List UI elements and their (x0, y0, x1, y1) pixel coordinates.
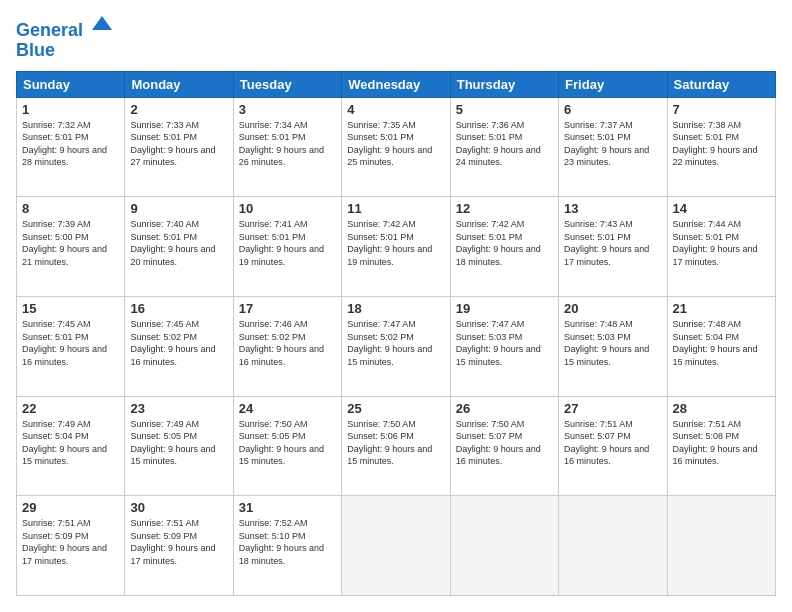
calendar-cell: 8Sunrise: 7:39 AMSunset: 5:00 PMDaylight… (17, 197, 125, 297)
day-number: 8 (22, 201, 119, 216)
logo-blue: Blue (16, 40, 55, 60)
day-number: 19 (456, 301, 553, 316)
calendar-cell: 24Sunrise: 7:50 AMSunset: 5:05 PMDayligh… (233, 396, 341, 496)
day-number: 31 (239, 500, 336, 515)
day-number: 5 (456, 102, 553, 117)
day-number: 16 (130, 301, 227, 316)
calendar-cell: 21Sunrise: 7:48 AMSunset: 5:04 PMDayligh… (667, 296, 775, 396)
calendar-cell: 10Sunrise: 7:41 AMSunset: 5:01 PMDayligh… (233, 197, 341, 297)
day-info: Sunrise: 7:33 AMSunset: 5:01 PMDaylight:… (130, 119, 227, 169)
day-number: 20 (564, 301, 661, 316)
svg-marker-0 (92, 16, 112, 30)
day-info: Sunrise: 7:37 AMSunset: 5:01 PMDaylight:… (564, 119, 661, 169)
day-info: Sunrise: 7:51 AMSunset: 5:09 PMDaylight:… (22, 517, 119, 567)
day-number: 10 (239, 201, 336, 216)
day-info: Sunrise: 7:36 AMSunset: 5:01 PMDaylight:… (456, 119, 553, 169)
calendar-cell: 11Sunrise: 7:42 AMSunset: 5:01 PMDayligh… (342, 197, 450, 297)
logo-icon (90, 12, 114, 36)
day-number: 12 (456, 201, 553, 216)
day-info: Sunrise: 7:49 AMSunset: 5:04 PMDaylight:… (22, 418, 119, 468)
calendar-cell: 14Sunrise: 7:44 AMSunset: 5:01 PMDayligh… (667, 197, 775, 297)
day-number: 23 (130, 401, 227, 416)
calendar-week-row: 29Sunrise: 7:51 AMSunset: 5:09 PMDayligh… (17, 496, 776, 596)
day-info: Sunrise: 7:48 AMSunset: 5:04 PMDaylight:… (673, 318, 770, 368)
calendar-cell: 3Sunrise: 7:34 AMSunset: 5:01 PMDaylight… (233, 97, 341, 197)
calendar-cell (667, 496, 775, 596)
calendar-cell: 23Sunrise: 7:49 AMSunset: 5:05 PMDayligh… (125, 396, 233, 496)
day-number: 28 (673, 401, 770, 416)
calendar-cell: 12Sunrise: 7:42 AMSunset: 5:01 PMDayligh… (450, 197, 558, 297)
calendar-cell: 4Sunrise: 7:35 AMSunset: 5:01 PMDaylight… (342, 97, 450, 197)
calendar-cell: 30Sunrise: 7:51 AMSunset: 5:09 PMDayligh… (125, 496, 233, 596)
day-number: 29 (22, 500, 119, 515)
calendar-cell: 15Sunrise: 7:45 AMSunset: 5:01 PMDayligh… (17, 296, 125, 396)
col-header-friday: Friday (559, 71, 667, 97)
day-info: Sunrise: 7:40 AMSunset: 5:01 PMDaylight:… (130, 218, 227, 268)
day-number: 2 (130, 102, 227, 117)
calendar-cell: 13Sunrise: 7:43 AMSunset: 5:01 PMDayligh… (559, 197, 667, 297)
calendar-week-row: 1Sunrise: 7:32 AMSunset: 5:01 PMDaylight… (17, 97, 776, 197)
calendar-cell: 19Sunrise: 7:47 AMSunset: 5:03 PMDayligh… (450, 296, 558, 396)
day-info: Sunrise: 7:47 AMSunset: 5:02 PMDaylight:… (347, 318, 444, 368)
col-header-thursday: Thursday (450, 71, 558, 97)
day-info: Sunrise: 7:52 AMSunset: 5:10 PMDaylight:… (239, 517, 336, 567)
day-number: 7 (673, 102, 770, 117)
day-number: 30 (130, 500, 227, 515)
calendar-cell: 5Sunrise: 7:36 AMSunset: 5:01 PMDaylight… (450, 97, 558, 197)
calendar-week-row: 22Sunrise: 7:49 AMSunset: 5:04 PMDayligh… (17, 396, 776, 496)
day-number: 4 (347, 102, 444, 117)
day-number: 13 (564, 201, 661, 216)
calendar-header-row: SundayMondayTuesdayWednesdayThursdayFrid… (17, 71, 776, 97)
logo-general: General (16, 20, 83, 40)
day-info: Sunrise: 7:42 AMSunset: 5:01 PMDaylight:… (456, 218, 553, 268)
day-number: 17 (239, 301, 336, 316)
day-info: Sunrise: 7:41 AMSunset: 5:01 PMDaylight:… (239, 218, 336, 268)
day-info: Sunrise: 7:43 AMSunset: 5:01 PMDaylight:… (564, 218, 661, 268)
day-number: 25 (347, 401, 444, 416)
day-info: Sunrise: 7:51 AMSunset: 5:07 PMDaylight:… (564, 418, 661, 468)
day-info: Sunrise: 7:51 AMSunset: 5:09 PMDaylight:… (130, 517, 227, 567)
day-number: 15 (22, 301, 119, 316)
day-info: Sunrise: 7:38 AMSunset: 5:01 PMDaylight:… (673, 119, 770, 169)
calendar-cell: 18Sunrise: 7:47 AMSunset: 5:02 PMDayligh… (342, 296, 450, 396)
day-number: 3 (239, 102, 336, 117)
calendar-cell: 27Sunrise: 7:51 AMSunset: 5:07 PMDayligh… (559, 396, 667, 496)
day-number: 21 (673, 301, 770, 316)
calendar-cell: 28Sunrise: 7:51 AMSunset: 5:08 PMDayligh… (667, 396, 775, 496)
day-info: Sunrise: 7:34 AMSunset: 5:01 PMDaylight:… (239, 119, 336, 169)
col-header-wednesday: Wednesday (342, 71, 450, 97)
day-number: 27 (564, 401, 661, 416)
calendar-cell (559, 496, 667, 596)
calendar-cell (450, 496, 558, 596)
day-info: Sunrise: 7:46 AMSunset: 5:02 PMDaylight:… (239, 318, 336, 368)
day-info: Sunrise: 7:44 AMSunset: 5:01 PMDaylight:… (673, 218, 770, 268)
calendar-cell: 16Sunrise: 7:45 AMSunset: 5:02 PMDayligh… (125, 296, 233, 396)
day-number: 18 (347, 301, 444, 316)
calendar-cell: 2Sunrise: 7:33 AMSunset: 5:01 PMDaylight… (125, 97, 233, 197)
logo-text: General Blue (16, 16, 114, 61)
day-info: Sunrise: 7:47 AMSunset: 5:03 PMDaylight:… (456, 318, 553, 368)
day-number: 22 (22, 401, 119, 416)
col-header-tuesday: Tuesday (233, 71, 341, 97)
col-header-monday: Monday (125, 71, 233, 97)
day-info: Sunrise: 7:32 AMSunset: 5:01 PMDaylight:… (22, 119, 119, 169)
calendar-cell: 29Sunrise: 7:51 AMSunset: 5:09 PMDayligh… (17, 496, 125, 596)
day-number: 11 (347, 201, 444, 216)
calendar-week-row: 15Sunrise: 7:45 AMSunset: 5:01 PMDayligh… (17, 296, 776, 396)
calendar-cell: 7Sunrise: 7:38 AMSunset: 5:01 PMDaylight… (667, 97, 775, 197)
calendar-cell: 17Sunrise: 7:46 AMSunset: 5:02 PMDayligh… (233, 296, 341, 396)
col-header-saturday: Saturday (667, 71, 775, 97)
day-info: Sunrise: 7:50 AMSunset: 5:05 PMDaylight:… (239, 418, 336, 468)
day-number: 9 (130, 201, 227, 216)
logo: General Blue (16, 16, 114, 61)
calendar-cell (342, 496, 450, 596)
day-info: Sunrise: 7:51 AMSunset: 5:08 PMDaylight:… (673, 418, 770, 468)
calendar-cell: 1Sunrise: 7:32 AMSunset: 5:01 PMDaylight… (17, 97, 125, 197)
day-info: Sunrise: 7:50 AMSunset: 5:07 PMDaylight:… (456, 418, 553, 468)
page: General Blue SundayMondayTuesdayWednesda… (0, 0, 792, 612)
day-info: Sunrise: 7:50 AMSunset: 5:06 PMDaylight:… (347, 418, 444, 468)
calendar-cell: 9Sunrise: 7:40 AMSunset: 5:01 PMDaylight… (125, 197, 233, 297)
header: General Blue (16, 16, 776, 61)
day-info: Sunrise: 7:42 AMSunset: 5:01 PMDaylight:… (347, 218, 444, 268)
day-number: 26 (456, 401, 553, 416)
